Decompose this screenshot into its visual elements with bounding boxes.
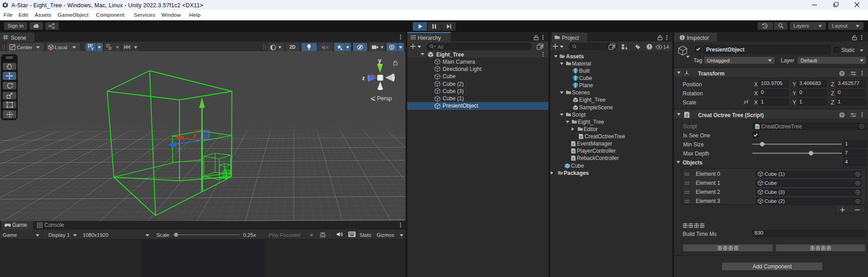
svg-text:?: ?	[841, 71, 844, 76]
svg-text:y: y	[378, 57, 382, 64]
svg-text:?: ?	[841, 113, 844, 117]
svg-text:z: z	[362, 75, 365, 81]
svg-text:Y: Y	[91, 47, 94, 51]
svg-text:#: #	[580, 134, 583, 139]
svg-text:#: #	[756, 124, 759, 129]
svg-text:#: #	[572, 156, 575, 161]
svg-text:#: #	[572, 149, 575, 154]
svg-text:#: #	[572, 141, 575, 146]
svg-text:#: #	[685, 113, 689, 118]
